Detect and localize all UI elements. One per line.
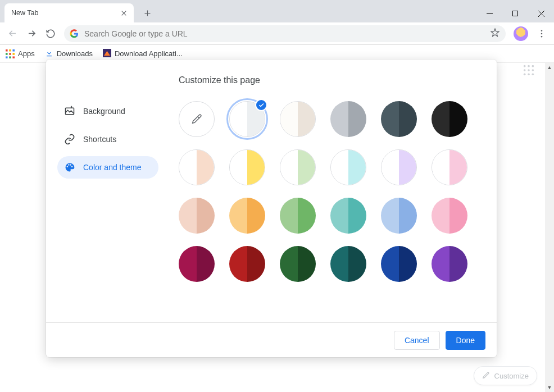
color-swatch-13[interactable] (229, 198, 265, 234)
sidebar-item-color-theme[interactable]: Color and theme (57, 156, 158, 179)
color-swatch-12[interactable] (179, 198, 215, 234)
toolbar (0, 22, 554, 45)
downloads-bookmark[interactable]: Downloads (45, 49, 93, 59)
color-swatch-5[interactable] (432, 101, 467, 137)
svg-point-1 (541, 30, 543, 31)
color-swatch-21[interactable] (330, 246, 366, 282)
svg-rect-10 (6, 56, 8, 58)
dialog-title: Customize this page (46, 60, 497, 95)
maximize-button[interactable] (502, 4, 528, 22)
svg-point-22 (532, 74, 534, 76)
close-window-button[interactable] (528, 4, 554, 22)
apps-label: Apps (18, 49, 35, 58)
color-swatch-19[interactable] (229, 246, 265, 282)
color-swatch-20[interactable] (280, 246, 316, 282)
svg-rect-5 (9, 49, 11, 52)
back-button[interactable] (3, 25, 21, 43)
downloads-label: Downloads (57, 49, 93, 58)
color-swatch-8[interactable] (280, 149, 316, 185)
color-swatch-22[interactable] (381, 246, 417, 282)
sidebar-shortcuts-label: Shortcuts (83, 135, 116, 144)
color-swatch-4[interactable] (381, 101, 417, 137)
svg-point-14 (524, 65, 526, 67)
background-icon (64, 106, 75, 117)
link-icon (64, 134, 75, 145)
vertical-scrollbar[interactable]: ▲ ▼ (545, 63, 554, 392)
svg-point-18 (528, 69, 530, 71)
palette-icon (64, 162, 75, 173)
bookmark-star-icon[interactable] (490, 28, 500, 39)
color-swatch-1[interactable] (229, 101, 265, 137)
svg-rect-12 (12, 56, 15, 58)
profile-avatar[interactable] (514, 26, 528, 41)
color-swatch-6[interactable] (179, 149, 215, 185)
browser-tab[interactable]: New Tab (4, 3, 134, 22)
svg-rect-8 (9, 53, 11, 55)
color-swatch-18[interactable] (179, 246, 215, 282)
svg-rect-0 (512, 11, 517, 16)
titlebar: New Tab (0, 0, 554, 22)
pencil-icon (482, 371, 490, 381)
download-icon (45, 49, 53, 59)
color-picker-swatch[interactable] (179, 101, 215, 137)
done-button[interactable]: Done (446, 331, 485, 350)
svg-rect-9 (12, 53, 15, 55)
svg-rect-4 (6, 49, 8, 52)
svg-point-17 (524, 69, 526, 71)
new-tab-button[interactable] (139, 5, 155, 21)
color-swatch-2[interactable] (280, 101, 316, 137)
customize-label: Customize (494, 372, 529, 380)
apps-shortcut[interactable]: Apps (6, 49, 35, 58)
cancel-label: Cancel (405, 336, 429, 345)
sidebar-color-theme-label: Color and theme (83, 163, 142, 172)
scroll-down-icon[interactable]: ▼ (545, 383, 554, 392)
svg-rect-7 (6, 53, 8, 55)
svg-point-20 (524, 74, 526, 76)
minimize-button[interactable] (476, 4, 502, 22)
color-swatch-15[interactable] (330, 198, 366, 234)
dialog-footer: Cancel Done (46, 322, 497, 357)
download-app-label: Download Applicati... (115, 49, 183, 58)
done-label: Done (456, 336, 475, 345)
color-swatch-9[interactable] (330, 149, 366, 185)
svg-point-2 (541, 33, 543, 34)
shortcuts-grid-icon (523, 64, 535, 78)
google-icon (70, 29, 79, 38)
omnibox[interactable] (64, 25, 506, 42)
color-swatch-10[interactable] (381, 149, 417, 185)
svg-point-3 (541, 35, 543, 37)
download-app-bookmark[interactable]: Download Applicati... (103, 49, 183, 59)
svg-rect-11 (9, 56, 11, 58)
sidebar-background-label: Background (83, 107, 125, 116)
scroll-up-icon[interactable]: ▲ (545, 63, 554, 72)
apps-icon (6, 49, 15, 58)
svg-point-16 (532, 65, 534, 67)
reload-button[interactable] (42, 25, 60, 43)
sidebar-item-shortcuts[interactable]: Shortcuts (57, 128, 158, 151)
color-swatch-17[interactable] (432, 198, 467, 234)
svg-point-19 (532, 69, 534, 71)
omnibox-input[interactable] (84, 29, 490, 38)
customize-button[interactable]: Customize (474, 366, 537, 385)
svg-point-15 (528, 65, 530, 67)
color-swatch-7[interactable] (229, 149, 265, 185)
cancel-button[interactable]: Cancel (394, 331, 440, 350)
color-swatch-3[interactable] (330, 101, 366, 137)
close-tab-icon[interactable] (119, 8, 128, 17)
color-swatch-11[interactable] (432, 149, 467, 185)
check-icon (255, 99, 267, 111)
window-controls (476, 4, 554, 22)
color-swatch-16[interactable] (381, 198, 417, 234)
dialog-sidebar: Background Shortcuts Color and theme (46, 95, 164, 322)
page-content: Customize this page Background Shortcuts (0, 63, 554, 392)
tab-title: New Tab (11, 9, 119, 17)
fox-icon (103, 49, 111, 59)
customize-dialog: Customize this page Background Shortcuts (46, 60, 497, 357)
menu-button[interactable] (533, 25, 551, 43)
color-swatch-23[interactable] (432, 246, 467, 282)
sidebar-item-background[interactable]: Background (57, 100, 158, 122)
forward-button[interactable] (22, 25, 40, 43)
eyedropper-icon (190, 113, 203, 125)
svg-point-21 (528, 74, 530, 76)
color-swatch-14[interactable] (280, 198, 316, 234)
